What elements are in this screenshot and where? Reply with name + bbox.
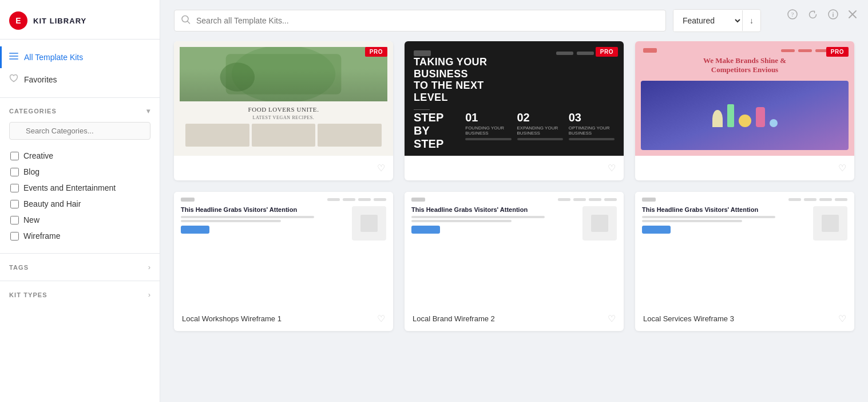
- search-input[interactable]: [174, 10, 666, 31]
- svg-rect-0: [9, 53, 18, 54]
- biz-headline-area: TAKING YOURBUSINESSTO THE NEXTLEVEL ————: [414, 56, 615, 111]
- close-icon[interactable]: [849, 10, 857, 18]
- wf-2-hero-title: This Headline Grabs Visitors' Attention: [411, 206, 578, 214]
- app-title: KIT LIBRARY: [33, 17, 86, 25]
- wf-3-nav-1: [788, 198, 801, 201]
- search-icon: [181, 15, 191, 27]
- biz-nav-2: [577, 52, 594, 55]
- pro-badge-2: PRO: [596, 47, 618, 57]
- categories-section: CATEGORIES ▾ Creative Blog: [0, 98, 160, 253]
- food-item-3: [318, 124, 382, 147]
- tags-section[interactable]: TAGS ›: [0, 253, 160, 281]
- sort-select[interactable]: Featured Newest Popular: [673, 10, 742, 31]
- wf-2-hero-text: This Headline Grabs Visitors' Attention: [411, 206, 578, 241]
- main-content: ? Featured Newest: [160, 0, 868, 402]
- wf-1-nav-1: [327, 198, 340, 201]
- wf-1-logo: [181, 198, 195, 202]
- wireframe-1-thumbnail: This Headline Grabs Visitors' Attention: [174, 192, 393, 306]
- category-checkbox-creative[interactable]: [10, 152, 19, 160]
- kit-thumb-wireframe-1: This Headline Grabs Visitors' Attention: [174, 192, 393, 306]
- kit-thumb-wireframe-3: This Headline Grabs Visitors' Attention: [635, 192, 854, 306]
- brand-headline: We Make Brands Shine &Competitors Enviou…: [643, 56, 846, 74]
- brand-top: We Make Brands Shine &Competitors Enviou…: [635, 41, 854, 77]
- kit-card-fav-business[interactable]: ♡: [608, 163, 616, 174]
- category-item-beauty[interactable]: Beauty and Hair: [9, 196, 150, 212]
- wf-1-hero-img-inner: [360, 215, 378, 232]
- search-wrap: [174, 10, 666, 31]
- wf-1-hero: This Headline Grabs Visitors' Attention: [181, 206, 386, 241]
- wf-1-cta-btn: [181, 226, 209, 234]
- wf-3-logo: [642, 198, 656, 202]
- kit-card-brand[interactable]: We Make Brands Shine &Competitors Enviou…: [635, 41, 854, 180]
- wf-2-hero-img-inner: [591, 215, 608, 232]
- wf-1-navs: [327, 198, 386, 201]
- biz-nav: [414, 50, 615, 56]
- category-item-wireframe[interactable]: Wireframe: [9, 228, 150, 244]
- category-item-creative[interactable]: Creative: [9, 148, 150, 164]
- kit-card-business[interactable]: TAKING YOURBUSINESSTO THE NEXTLEVEL ————…: [405, 41, 624, 180]
- wf-3-navs: [788, 198, 847, 201]
- category-checkbox-beauty[interactable]: [10, 200, 19, 208]
- category-checkbox-wireframe[interactable]: [10, 232, 19, 241]
- step-desc-4: [569, 138, 615, 140]
- kit-types-section[interactable]: KIT TYPES ›: [0, 281, 160, 308]
- category-item-events[interactable]: Events and Entertainment: [9, 180, 150, 196]
- category-checkbox-events[interactable]: [10, 184, 19, 192]
- food-items-grid: [180, 120, 387, 150]
- kit-card-title-wf3: Local Services Wireframe 3: [643, 314, 734, 323]
- kit-card-wireframe-2[interactable]: This Headline Grabs Visitors' Attention: [405, 192, 624, 331]
- kit-card-fav-brand[interactable]: ♡: [838, 163, 846, 174]
- brand-nav-1: [781, 49, 795, 52]
- step-num-4: 03: [569, 111, 615, 124]
- categories-title[interactable]: CATEGORIES ▾: [9, 107, 150, 115]
- brand-logo: [643, 48, 657, 53]
- categories-search-wrap: [9, 122, 150, 140]
- brand-visual: [641, 81, 849, 150]
- wf-3-hero-desc-2: [642, 220, 742, 222]
- kit-card-fav-wf1[interactable]: ♡: [377, 313, 385, 324]
- brand-logo-row: [643, 48, 846, 53]
- kit-card-title-wf2: Local Brand Wireframe 2: [413, 314, 495, 323]
- kit-card-fav-wf3[interactable]: ♡: [838, 313, 846, 324]
- favorites-icon: [9, 74, 18, 85]
- kit-thumb-brand: We Make Brands Shine &Competitors Enviou…: [635, 41, 854, 156]
- wf-1-nav-4: [374, 198, 386, 201]
- shape-5: [770, 119, 778, 127]
- kit-card-wireframe-1[interactable]: This Headline Grabs Visitors' Attention: [174, 192, 393, 331]
- food-sub-text: LATEST VEGAN RECIPES.: [247, 115, 320, 120]
- kit-card-fav-food[interactable]: ♡: [377, 163, 385, 174]
- kit-card-wireframe-3[interactable]: This Headline Grabs Visitors' Attention: [635, 192, 854, 331]
- sidebar-item-label-favorites: Favorites: [24, 75, 57, 84]
- shape-2: [727, 104, 734, 127]
- biz-step-2: 01 Founding Your Business: [465, 111, 511, 151]
- sort-direction-button[interactable]: ↓: [742, 10, 760, 31]
- category-checkbox-new[interactable]: [10, 216, 19, 224]
- category-item-blog[interactable]: Blog: [9, 164, 150, 180]
- categories-search-input[interactable]: [9, 122, 150, 140]
- svg-rect-14: [180, 47, 387, 101]
- wf-2-header: [411, 198, 617, 202]
- wf-3-hero-text: This Headline Grabs Visitors' Attention: [642, 206, 808, 241]
- kit-card-food[interactable]: FOOD LOVERS UNITE. LATEST VEGAN RECIPES.…: [174, 41, 393, 180]
- window-controls: ?: [776, 0, 868, 29]
- kit-grid-area: FOOD LOVERS UNITE. LATEST VEGAN RECIPES.…: [160, 41, 868, 402]
- kit-card-title-wf1: Local Workshops Wireframe 1: [182, 314, 282, 323]
- svg-rect-16: [226, 54, 342, 94]
- help-icon[interactable]: ?: [787, 9, 798, 19]
- sidebar-item-all-template-kits[interactable]: All Template Kits: [0, 46, 160, 68]
- wf-3-hero-desc: [642, 216, 775, 218]
- kit-card-info-brand: ♡: [635, 156, 854, 180]
- category-checkbox-blog[interactable]: [10, 168, 19, 176]
- info-icon[interactable]: [828, 9, 838, 19]
- food-item-2: [252, 124, 316, 147]
- food-title-text: FOOD LOVERS UNITE.: [243, 101, 325, 115]
- kit-card-fav-wf2[interactable]: ♡: [608, 313, 616, 324]
- category-item-new[interactable]: New: [9, 212, 150, 228]
- app-logo: E: [9, 11, 27, 30]
- biz-headline: TAKING YOURBUSINESSTO THE NEXTLEVEL: [414, 56, 615, 104]
- pro-badge-1: PRO: [365, 47, 387, 57]
- wf-2-nav-3: [589, 198, 601, 201]
- sidebar-item-favorites[interactable]: Favorites: [0, 68, 160, 90]
- biz-sub: ————: [414, 107, 615, 111]
- refresh-icon[interactable]: [808, 10, 818, 19]
